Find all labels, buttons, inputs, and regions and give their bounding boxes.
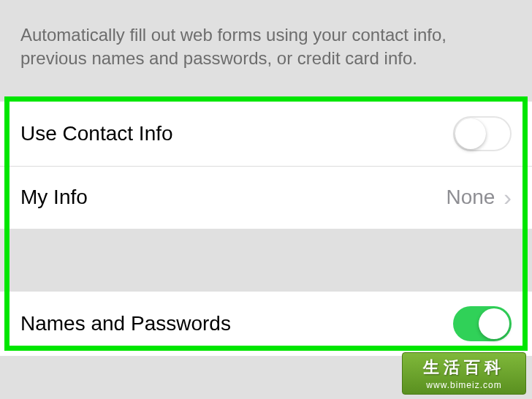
section-spacer [0,229,532,274]
settings-group-1: Use Contact Info My Info None › [0,102,532,229]
chevron-right-icon: › [503,186,512,209]
settings-group-2: Names and Passwords [0,292,532,356]
autofill-description: Automatically fill out web forms using y… [0,0,532,84]
my-info-value-wrap: None › [446,186,512,209]
names-passwords-toggle[interactable] [453,306,512,341]
my-info-row[interactable]: My Info None › [0,166,532,229]
watermark-badge: 生活百科 www.bimeiz.com [402,352,526,395]
names-passwords-label: Names and Passwords [20,312,231,335]
toggle-knob [455,118,486,149]
watermark-url: www.bimeiz.com [426,380,501,390]
my-info-label: My Info [20,186,88,209]
toggle-knob [479,308,509,339]
names-passwords-row[interactable]: Names and Passwords [0,292,532,356]
use-contact-info-label: Use Contact Info [20,122,173,145]
use-contact-info-row[interactable]: Use Contact Info [0,102,532,166]
my-info-value: None [446,186,495,209]
watermark-title: 生活百科 [423,357,505,379]
use-contact-info-toggle[interactable] [453,116,512,151]
